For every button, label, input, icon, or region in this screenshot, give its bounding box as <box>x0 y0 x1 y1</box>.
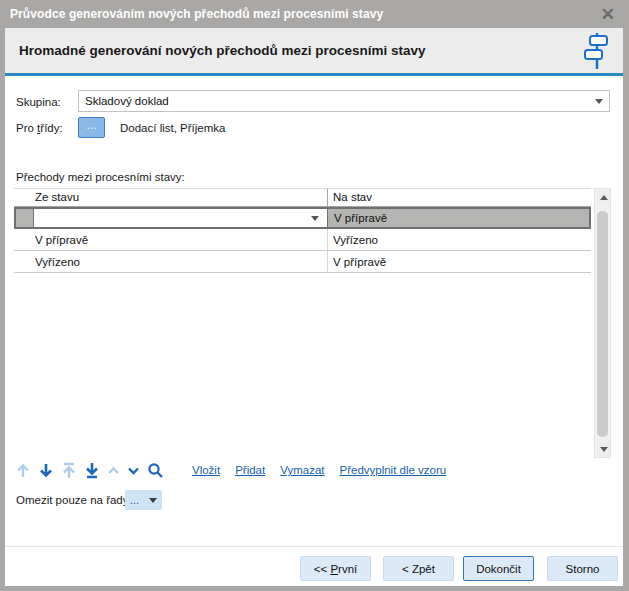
from-state-value: V přípravě <box>35 229 88 250</box>
column-divider <box>327 189 328 207</box>
move-up-icon[interactable] <box>15 461 31 480</box>
restrict-dropdown[interactable]: ... <box>125 490 162 510</box>
column-header-from[interactable]: Ze stavu <box>35 191 79 203</box>
move-last-icon[interactable] <box>84 461 100 480</box>
table-row[interactable]: V přípravě Vyřízeno <box>14 229 591 251</box>
classes-value: Dodací list, Příjemka <box>120 122 225 134</box>
from-state-editor[interactable] <box>34 209 327 227</box>
row-selector-handle[interactable] <box>16 209 34 227</box>
window-title: Průvodce generováním nových přechodů mez… <box>10 7 597 21</box>
triangle-down-icon <box>600 447 608 452</box>
table-row-selected[interactable]: V přípravě <box>14 207 591 229</box>
row-toolbar <box>15 461 164 480</box>
finish-button[interactable]: Dokončit <box>463 556 534 581</box>
move-first-icon[interactable] <box>61 461 77 480</box>
restrict-dropdown-value: ... <box>130 495 139 505</box>
wizard-header: Hromadné generování nových přechodů mezi… <box>5 28 623 76</box>
insert-link[interactable]: Vložit <box>192 464 220 476</box>
to-state-value: Vyřízeno <box>333 229 378 250</box>
scrollbar-up-button[interactable] <box>597 190 610 204</box>
table-row[interactable]: Vyřízeno V přípravě <box>14 251 591 273</box>
table-actions: Vložit Přidat Vymazat Předvyplnit dle vz… <box>192 464 446 476</box>
group-select-value: Skladový doklad <box>85 95 169 107</box>
classes-label: Pro třídy: <box>16 122 63 134</box>
first-button[interactable]: << První <box>300 556 371 581</box>
chevron-down-icon <box>595 99 603 104</box>
table-scrollbar[interactable] <box>594 188 611 458</box>
scrollbar-thumb[interactable] <box>597 211 608 437</box>
column-divider <box>327 251 328 272</box>
column-header-to[interactable]: Na stav <box>333 191 372 203</box>
close-icon[interactable]: ✕ <box>597 6 619 23</box>
chevron-down-icon[interactable] <box>311 216 319 221</box>
wizard-dialog: Průvodce generováním nových přechodů mez… <box>0 0 629 591</box>
transitions-label: Přechody mezi procesními stavy: <box>16 171 185 183</box>
triangle-up-icon <box>600 195 608 200</box>
clear-link[interactable]: Vymazat <box>280 464 324 476</box>
to-state-value: V přípravě <box>333 251 386 272</box>
from-state-value: Vyřízeno <box>35 251 80 272</box>
group-select[interactable]: Skladový doklad <box>78 90 610 112</box>
collapse-up-icon[interactable] <box>107 461 120 480</box>
column-divider <box>327 229 328 250</box>
to-state-value: V přípravě <box>334 212 387 224</box>
expand-down-icon[interactable] <box>127 461 140 480</box>
signpost-icon <box>583 32 609 70</box>
prefill-from-template-link[interactable]: Předvyplnit dle vzoru <box>339 464 446 476</box>
back-button[interactable]: < Zpět <box>383 556 454 581</box>
table-header-row: Ze stavu Na stav <box>14 189 591 207</box>
restrict-label: Omezit pouze na řady: <box>16 494 132 506</box>
page-title: Hromadné generování nových přechodů mezi… <box>19 43 583 58</box>
add-link[interactable]: Přidat <box>235 464 265 476</box>
cancel-button[interactable]: Storno <box>547 556 618 581</box>
group-label: Skupina: <box>16 96 61 108</box>
chevron-down-icon <box>149 498 157 503</box>
classes-picker-button[interactable]: ... <box>78 117 105 138</box>
search-icon[interactable] <box>147 461 164 480</box>
transitions-table: Ze stavu Na stav V přípravě V přípravě V… <box>14 188 591 456</box>
scrollbar-down-button[interactable] <box>597 442 610 456</box>
title-bar: Průvodce generováním nových přechodů mez… <box>0 0 629 28</box>
footer-divider <box>5 546 623 547</box>
move-down-icon[interactable] <box>38 461 54 480</box>
to-state-cell[interactable]: V přípravě <box>327 209 589 227</box>
